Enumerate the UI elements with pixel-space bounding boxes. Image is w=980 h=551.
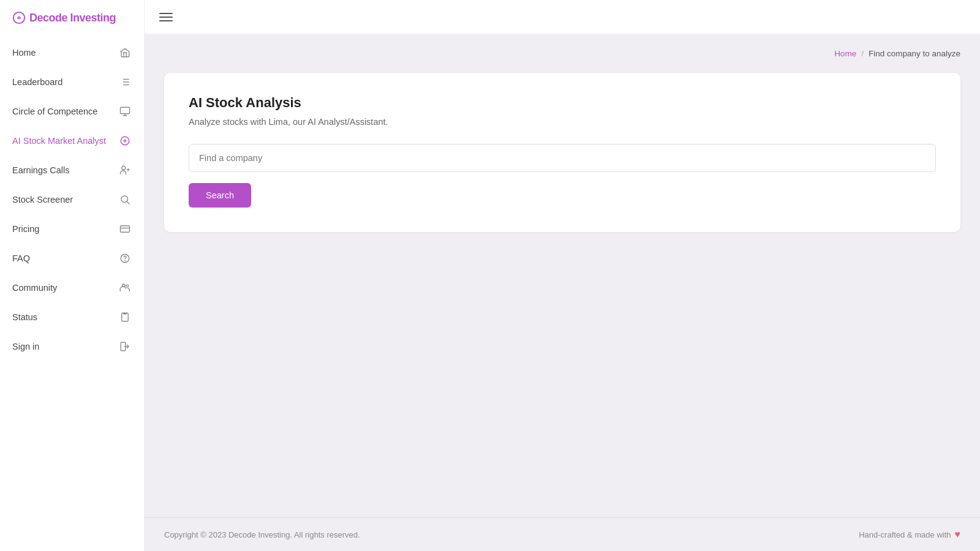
- svg-point-11: [122, 166, 126, 170]
- main-content: Home / Find company to analyze AI Stock …: [145, 0, 980, 551]
- svg-line-13: [127, 201, 129, 204]
- sidebar-item-home[interactable]: Home: [0, 38, 144, 67]
- svg-point-19: [126, 285, 129, 287]
- topbar: [145, 0, 980, 34]
- sidebar-item-community[interactable]: Community: [0, 273, 144, 302]
- card-subtitle: Analyze stocks with Lima, our AI Analyst…: [189, 117, 936, 127]
- breadcrumb-home-link[interactable]: Home: [834, 49, 856, 58]
- svg-point-17: [125, 260, 126, 261]
- chat-icon: [118, 105, 132, 118]
- content-area: Home / Find company to analyze AI Stock …: [145, 34, 980, 517]
- search-icon: [118, 193, 132, 206]
- clipboard-icon: [118, 310, 132, 324]
- logo: Decode Investing: [0, 0, 144, 33]
- card-icon: [118, 222, 132, 236]
- community-icon: [118, 281, 132, 294]
- sidebar-item-ai-stock-market-analyst[interactable]: AI Stock Market Analyst: [0, 126, 144, 156]
- logo-icon: [12, 11, 26, 24]
- sidebar-nav: Home Leaderboard Circle of Competence AI…: [0, 33, 144, 551]
- footer: Copyright © 2023 Decode Investing. All r…: [145, 517, 980, 551]
- users-icon: [118, 163, 132, 177]
- sidebar-item-status[interactable]: Status: [0, 302, 144, 332]
- breadcrumb: Home / Find company to analyze: [164, 49, 960, 58]
- footer-copyright: Copyright © 2023 Decode Investing. All r…: [164, 530, 360, 539]
- sidebar-item-circle-of-competence[interactable]: Circle of Competence: [0, 97, 144, 126]
- hamburger-button[interactable]: [159, 13, 173, 21]
- svg-rect-14: [121, 226, 130, 233]
- sidebar-item-sign-in[interactable]: Sign in: [0, 332, 144, 361]
- sidebar-item-earnings-calls[interactable]: Earnings Calls: [0, 156, 144, 185]
- search-button[interactable]: Search: [189, 183, 251, 208]
- svg-point-12: [121, 196, 128, 203]
- sidebar: Decode Investing Home Leaderboard Circle…: [0, 0, 145, 551]
- sidebar-item-leaderboard[interactable]: Leaderboard: [0, 67, 144, 97]
- sidebar-item-stock-screener[interactable]: Stock Screener: [0, 185, 144, 214]
- heart-icon: ♥: [955, 529, 961, 540]
- plus-circle-icon: [118, 134, 132, 148]
- breadcrumb-separator: /: [861, 49, 864, 58]
- breadcrumb-current: Find company to analyze: [869, 49, 960, 58]
- card-title: AI Stock Analysis: [189, 95, 936, 111]
- sign-in-icon: [118, 340, 132, 353]
- sidebar-item-pricing[interactable]: Pricing: [0, 214, 144, 244]
- footer-tagline: Hand-crafted & made with ♥: [859, 529, 960, 540]
- company-search-input[interactable]: [189, 144, 936, 172]
- home-icon: [118, 46, 132, 59]
- list-icon: [118, 75, 132, 89]
- question-icon: [118, 252, 132, 265]
- logo-text: Decode Investing: [29, 12, 116, 24]
- svg-rect-7: [121, 107, 130, 114]
- sidebar-item-faq[interactable]: FAQ: [0, 244, 144, 273]
- analysis-card: AI Stock Analysis Analyze stocks with Li…: [164, 73, 960, 232]
